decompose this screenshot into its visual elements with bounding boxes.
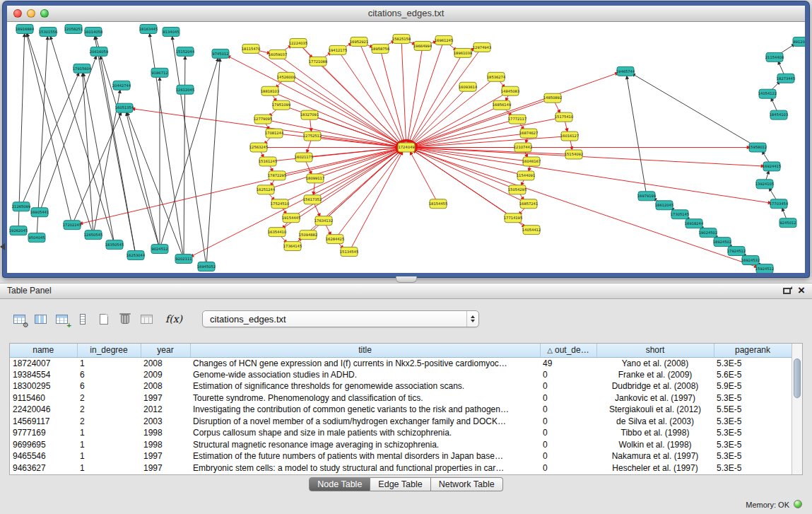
graph-node[interactable]: 15161245 [259,157,277,166]
graph-node[interactable]: 16945052 [197,262,216,271]
graph-edge[interactable] [401,39,406,143]
table-row[interactable]: 969969511998Structural magnetic resonanc… [10,439,792,451]
graph-node[interactable]: 16284425 [326,235,344,244]
table-cell[interactable]: Stergiakouli et al. (2012) [596,404,714,416]
graph-edge[interactable] [318,62,401,144]
graph-edge[interactable] [380,49,404,143]
table-selector-dropdown[interactable]: citations_edges.txt [202,310,479,327]
table-cell[interactable]: 5.3E-5 [714,462,792,474]
table-cell[interactable]: 1 [77,357,141,369]
table-cell[interactable]: 5.5E-5 [714,404,792,416]
graph-node[interactable]: 15301556 [39,27,57,36]
graph-node[interactable]: 18612045 [655,201,673,210]
graph-node[interactable]: 18454103 [770,110,788,119]
table-cell[interactable]: 5.3E-5 [714,439,792,451]
graph-node[interactable]: 16014058 [84,27,102,36]
graph-edge[interactable] [409,40,444,143]
table-cell[interactable]: 6 [77,369,141,381]
graph-edge[interactable] [632,74,758,147]
table-cell[interactable]: 5.3E-5 [714,392,792,404]
graph-edge[interactable] [406,148,764,167]
table-cell[interactable]: 5.9E-5 [714,380,792,392]
table-settings-button[interactable]: ⚙ [8,310,30,328]
table-cell[interactable]: Disruption of a novel member of a sodium… [190,416,540,428]
graph-node[interactable]: 18327091 [300,110,319,119]
graph-node[interactable]: 12650545 [84,230,102,240]
graph-node[interactable]: 18115470 [242,44,260,53]
table-cell[interactable]: 5.6E-5 [714,369,792,381]
graph-node[interactable]: 16905441 [30,208,49,217]
table-cell[interactable]: 2 [77,416,141,428]
graph-node[interactable]: 17524510 [271,199,289,209]
graph-edge[interactable] [324,151,401,221]
table-cell[interactable]: 9115460 [10,392,77,404]
table-cell[interactable]: 1 [77,450,141,462]
graph-node[interactable]: 16918244 [685,219,704,228]
graph-node[interactable]: 20442744 [112,81,131,90]
table-cell[interactable]: 1 [77,427,141,439]
graph-node[interactable]: 19664994 [413,41,433,50]
graph-node[interactable]: 17915604 [73,64,92,73]
graph-node[interactable]: 9202111 [175,255,192,264]
graph-node[interactable]: 16961245 [435,35,453,45]
graph-node[interactable]: 9504045 [28,233,45,243]
graph-node[interactable]: 18536274 [487,72,506,81]
graph-node[interactable]: 8134045 [163,27,180,36]
graph-node[interactable]: 9186712 [151,68,168,77]
import-table-button[interactable] [136,310,157,328]
graph-node[interactable]: 16924532 [741,256,760,265]
graph-node[interactable]: 15134545 [340,247,358,257]
graph-node[interactable]: 12058251 [64,24,83,33]
table-cell[interactable]: Franke et al. (2009) [596,369,714,381]
table-cell[interactable]: Wolkin et al. (1998) [596,439,714,451]
delete-table-button[interactable] [114,310,136,328]
table-cell[interactable]: 1997 [141,462,190,474]
column-header-short[interactable]: short [596,344,714,357]
graph-edge[interactable] [278,54,400,145]
graph-edge[interactable] [408,46,423,143]
table-row[interactable]: 946554611997Estimation of the future num… [10,450,792,462]
graph-node[interactable]: 18273445 [777,74,795,83]
scrollbar-thumb[interactable] [794,358,801,398]
table-cell[interactable]: Hescheler et al. (1997) [596,462,714,474]
graph-node[interactable]: 16046167 [522,157,541,166]
create-column-button[interactable]: + [51,310,72,328]
graph-node[interactable]: 18163445 [139,24,158,33]
graph-node[interactable]: 1724049 [398,143,415,152]
graph-edge[interactable] [413,77,496,144]
table-cell[interactable]: Changes of HCN gene expression and I(f) … [190,357,540,369]
graph-node[interactable]: 19412175 [329,45,347,54]
graph-node[interactable]: 12974943 [473,42,491,52]
tab-edge-table[interactable]: Edge Table [370,477,430,491]
float-panel-icon[interactable] [783,288,791,294]
graph-edge[interactable] [406,148,758,267]
graph-node[interactable]: 12779095 [254,115,272,124]
table-row[interactable]: 1872400712008Changes of HCN gene express… [10,357,792,369]
table-cell[interactable]: 0 [540,450,596,462]
graph-edge[interactable] [411,47,482,144]
graph-edge[interactable] [406,73,618,147]
network-graph[interactable]: 1724049181154701605903712224035177210881… [7,22,805,273]
graph-node[interactable]: 19262045 [9,226,28,235]
table-cell[interactable]: 5.3E-5 [714,427,792,439]
table-cell[interactable]: 1 [77,462,141,474]
table-cell[interactable]: 2 [77,404,141,416]
graph-node[interactable]: 17721088 [309,57,327,66]
table-cell[interactable]: 0 [540,380,596,392]
table-cell[interactable]: Yano et al. (2008) [596,357,714,369]
table-cell[interactable]: 5.3E-5 [714,416,792,428]
graph-node[interactable]: 12563245 [249,143,268,152]
column-header-name[interactable]: name [10,344,77,357]
table-cell[interactable]: 1997 [141,392,190,404]
graph-node[interactable]: 14054412 [522,226,541,235]
graph-node[interactable]: 12612045 [176,85,194,94]
graph-node[interactable]: 17364145 [283,242,302,251]
table-cell[interactable]: 5.3E-5 [714,357,792,369]
graph-node[interactable]: 18958756 [371,44,389,53]
graph-node[interactable]: 17872295 [268,171,286,180]
graph-node[interactable]: 18916884 [16,24,35,33]
table-cell[interactable]: Investigating the contribution of common… [190,404,540,416]
table-cell[interactable]: de Silva et al. (2003) [596,416,714,428]
table-cell[interactable]: 0 [540,462,596,474]
graph-edge[interactable] [274,134,399,147]
